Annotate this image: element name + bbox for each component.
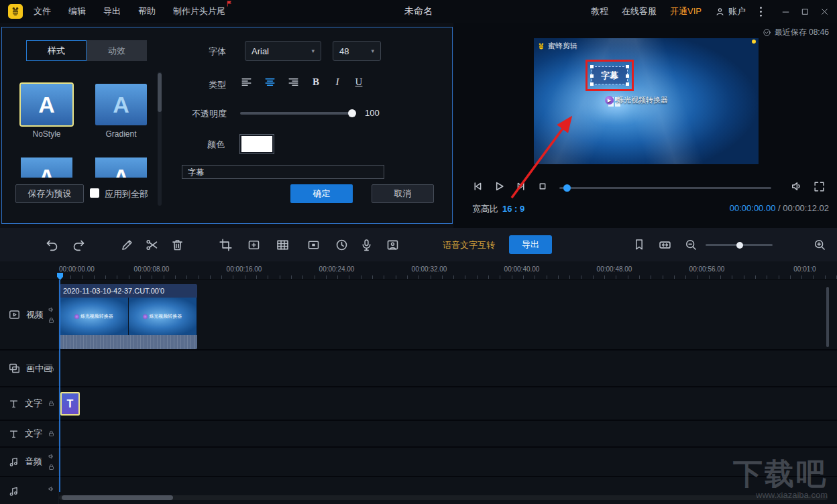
save-preset-button[interactable]: 保存为预设 — [15, 184, 84, 203]
playhead-marker[interactable] — [57, 273, 63, 280]
zoom-in-button[interactable] — [812, 237, 828, 253]
track-mute-icon[interactable] — [48, 453, 55, 460]
color-swatch[interactable] — [240, 135, 274, 153]
tab-animation[interactable]: 动效 — [87, 40, 147, 61]
cancel-button[interactable]: 取消 — [372, 184, 434, 203]
subtitle-textbox[interactable]: 字幕 — [592, 66, 628, 84]
canvas-button[interactable] — [245, 237, 262, 253]
align-left-icon[interactable] — [240, 76, 253, 88]
filmstrip-button[interactable] — [274, 237, 290, 253]
opacity-slider[interactable] — [240, 112, 353, 115]
track-mute-icon[interactable] — [48, 485, 55, 493]
seek-bar[interactable] — [559, 187, 771, 189]
duration-button[interactable] — [333, 237, 349, 253]
preset-nostyle[interactable]: A NoStyle — [21, 84, 72, 139]
horizontal-scrollbar-thumb[interactable] — [62, 495, 173, 500]
play-button[interactable] — [491, 178, 507, 194]
resize-handle[interactable] — [590, 74, 594, 78]
resize-handle[interactable] — [590, 82, 594, 86]
volume-button[interactable] — [789, 178, 805, 194]
horizontal-scrollbar[interactable] — [59, 495, 828, 500]
vip-link[interactable]: 开通VIP — [670, 5, 702, 17]
stop-button[interactable] — [535, 178, 551, 194]
more-menu-button[interactable] — [759, 6, 763, 17]
preset-partial[interactable]: A — [21, 158, 72, 178]
record-voice-button[interactable] — [358, 237, 374, 253]
video-clip[interactable]: 2020-11-03-10-42-37.CUT.00'0 烁光视频转换器 烁光视… — [60, 284, 197, 349]
apply-all-checkbox[interactable] — [90, 188, 99, 198]
underline-button[interactable]: U — [353, 76, 364, 88]
corner-handle[interactable] — [752, 40, 756, 44]
pip-track-header[interactable]: 画中画 — [0, 351, 59, 386]
video-preview[interactable]: 蜜蜂剪辑 字幕 ▶ 烁光视频转换器 — [534, 38, 759, 164]
apply-all-label: 应用到全部 — [105, 188, 148, 200]
mask-button[interactable] — [305, 237, 321, 253]
italic-button[interactable]: I — [332, 76, 343, 88]
track-lock-icon[interactable] — [48, 316, 55, 324]
previous-frame-button[interactable] — [469, 178, 486, 194]
tutorial-link[interactable]: 教程 — [591, 5, 608, 17]
seek-handle[interactable] — [563, 184, 571, 192]
menu-file[interactable]: 文件 — [34, 5, 51, 17]
preset-gradient-swatch: A — [95, 84, 147, 125]
track-lock-icon[interactable] — [48, 400, 55, 407]
undo-button[interactable] — [44, 237, 60, 253]
maximize-icon[interactable] — [801, 7, 810, 16]
timeline-zoom-knob[interactable] — [736, 242, 743, 249]
resize-handle[interactable] — [626, 74, 629, 78]
track-mute-icon[interactable] — [48, 306, 55, 313]
track-lock-icon[interactable] — [48, 430, 55, 438]
ruler-label: 00:00:08.00 — [134, 265, 170, 273]
redo-button[interactable] — [70, 237, 87, 253]
subtitle-text-input[interactable]: 字幕 — [182, 165, 384, 179]
export-button[interactable]: 导出 — [509, 235, 552, 254]
menu-edit[interactable]: 编辑 — [68, 5, 86, 17]
extra-track-header[interactable] — [0, 477, 59, 504]
account-button[interactable]: 账户 — [715, 5, 746, 17]
timeline-zoom-slider[interactable] — [706, 244, 773, 246]
menu-intro-outro[interactable]: 制作片头片尾 — [173, 5, 232, 17]
next-frame-button[interactable] — [513, 178, 529, 194]
menu-help[interactable]: 帮助 — [138, 5, 156, 17]
timeline-ruler[interactable]: 00:00:00.00 00:00:08.00 00:00:16.00 00:0… — [0, 261, 837, 280]
speech-text-convert-button[interactable]: 语音文字互转 — [443, 239, 495, 251]
marker-button[interactable] — [631, 237, 647, 253]
freeze-frame-button[interactable] — [384, 237, 400, 253]
text-track-header[interactable]: 文字 — [0, 421, 59, 446]
close-icon[interactable] — [820, 7, 829, 16]
text-track-header[interactable]: 文字 — [0, 387, 59, 420]
align-center-icon[interactable] — [264, 76, 276, 88]
minimize-icon[interactable] — [781, 7, 790, 16]
aspect-ratio[interactable]: 宽高比16 : 9 — [472, 203, 524, 215]
text-clip[interactable]: T — [60, 392, 80, 416]
delete-button[interactable] — [169, 237, 185, 253]
tab-style-label: 样式 — [48, 45, 65, 57]
aspect-ratio-value: 16 : 9 — [502, 204, 524, 214]
audio-track-header[interactable]: 音频 — [0, 448, 59, 476]
preset-scrollbar[interactable] — [158, 72, 162, 206]
font-size-select[interactable]: 48 ▾ — [333, 41, 381, 61]
preset-gradient[interactable]: A Gradient — [95, 84, 147, 139]
opacity-slider-knob[interactable] — [348, 109, 356, 117]
track-lock-icon[interactable] — [48, 464, 55, 471]
vertical-scrollbar[interactable] — [826, 287, 829, 347]
zoom-out-button[interactable] — [683, 237, 699, 253]
crop-button[interactable] — [217, 237, 233, 253]
resize-handle[interactable] — [590, 65, 594, 68]
align-right-icon[interactable] — [287, 76, 300, 88]
support-link[interactable]: 在线客服 — [622, 5, 657, 17]
video-track-header[interactable]: 视频 — [0, 280, 59, 349]
tab-style[interactable]: 样式 — [26, 40, 87, 61]
preset-partial[interactable]: A — [95, 158, 147, 178]
fit-timeline-button[interactable] — [657, 237, 673, 253]
menu-export[interactable]: 导出 — [103, 5, 121, 17]
resize-handle[interactable] — [626, 82, 629, 86]
resize-handle[interactable] — [626, 65, 629, 68]
edit-button[interactable] — [119, 237, 135, 253]
font-family-select[interactable]: Arial ▾ — [245, 41, 321, 61]
split-button[interactable] — [144, 237, 160, 253]
track-lock-icon[interactable] — [48, 365, 55, 372]
bold-button[interactable]: B — [311, 76, 321, 88]
fullscreen-button[interactable] — [811, 178, 827, 194]
ok-button[interactable]: 确定 — [290, 184, 353, 203]
